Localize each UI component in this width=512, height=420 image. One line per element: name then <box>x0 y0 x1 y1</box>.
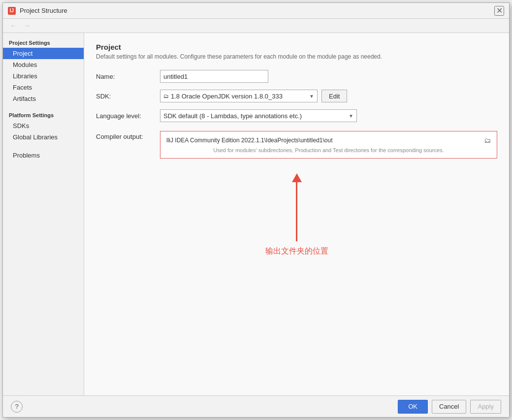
compiler-output-label: Compiler output: <box>96 129 160 140</box>
compiler-output-row: 🗂 <box>166 136 491 144</box>
project-structure-dialog: IJ Project Structure ✕ ← → Project Setti… <box>2 2 510 418</box>
arrow-head <box>292 173 302 182</box>
title-bar: IJ Project Structure ✕ <box>3 3 509 19</box>
compiler-note: Used for modules' subdirectories, Produc… <box>166 147 491 153</box>
bottom-bar: ? OK Cancel Apply <box>3 395 509 417</box>
annotation-arrow <box>292 173 302 241</box>
annotation-area: 输出文件夹的位置 <box>96 173 497 257</box>
action-buttons: OK Cancel Apply <box>398 400 501 414</box>
sdk-controls: 🗂 1.8 Oracle OpenJDK version 1.8.0_333 ▼… <box>160 90 347 102</box>
sidebar-item-global-libraries[interactable]: Global Libraries <box>3 131 84 143</box>
platform-settings-label: Platform Settings <box>3 109 84 120</box>
compiler-path-input[interactable] <box>166 137 480 144</box>
compiler-output-section: Compiler output: 🗂 Used for modules' sub… <box>96 129 497 159</box>
content-area: Project Settings Project Modules Librari… <box>3 33 509 395</box>
page-title: Project <box>96 43 497 51</box>
language-level-select[interactable]: SDK default (8 - Lambdas, type annotatio… <box>160 109 357 122</box>
close-button[interactable]: ✕ <box>494 6 504 16</box>
sdk-label: SDK: <box>96 93 160 100</box>
sidebar-item-artifacts[interactable]: Artifacts <box>3 93 84 104</box>
back-button[interactable]: ← <box>8 21 19 31</box>
sidebar-item-problems[interactable]: Problems <box>3 150 84 161</box>
app-icon: IJ <box>8 7 16 15</box>
sdk-folder-icon: 🗂 <box>163 93 169 99</box>
compiler-output-box: 🗂 Used for modules' subdirectories, Prod… <box>160 131 497 159</box>
project-settings-label: Project Settings <box>3 37 84 48</box>
nav-row: ← → <box>3 19 509 33</box>
sidebar-item-facets[interactable]: Facets <box>3 82 84 93</box>
sdk-dropdown-arrow: ▼ <box>309 94 314 99</box>
name-row: Name: <box>96 70 497 83</box>
sidebar-item-libraries[interactable]: Libraries <box>3 70 84 82</box>
sidebar-item-modules[interactable]: Modules <box>3 59 84 70</box>
language-level-label: Language level: <box>96 112 160 120</box>
apply-button[interactable]: Apply <box>470 400 501 414</box>
sidebar-item-sdks[interactable]: SDKs <box>3 120 84 131</box>
name-input[interactable] <box>160 70 268 83</box>
sdk-select[interactable]: 🗂 1.8 Oracle OpenJDK version 1.8.0_333 ▼ <box>160 90 318 102</box>
language-level-row: Language level: SDK default (8 - Lambdas… <box>96 109 497 122</box>
sidebar: Project Settings Project Modules Librari… <box>3 33 84 395</box>
name-label: Name: <box>96 73 160 80</box>
forward-button[interactable]: → <box>22 21 32 31</box>
ok-button[interactable]: OK <box>398 400 428 414</box>
help-button[interactable]: ? <box>11 401 23 413</box>
annotation-text: 输出文件夹的位置 <box>265 246 328 257</box>
dialog-title: Project Structure <box>20 7 490 14</box>
lang-dropdown-arrow: ▼ <box>349 113 353 119</box>
sdk-edit-button[interactable]: Edit <box>321 90 347 102</box>
sdk-row: SDK: 🗂 1.8 Oracle OpenJDK version 1.8.0_… <box>96 90 497 102</box>
arrow-line <box>296 182 297 241</box>
cancel-button[interactable]: Cancel <box>432 400 466 414</box>
main-panel: Project Default settings for all modules… <box>84 33 509 395</box>
compiler-folder-icon[interactable]: 🗂 <box>484 136 491 144</box>
page-subtitle: Default settings for all modules. Config… <box>96 53 497 60</box>
sidebar-other: Problems <box>3 150 84 161</box>
sidebar-item-project[interactable]: Project <box>3 48 84 59</box>
